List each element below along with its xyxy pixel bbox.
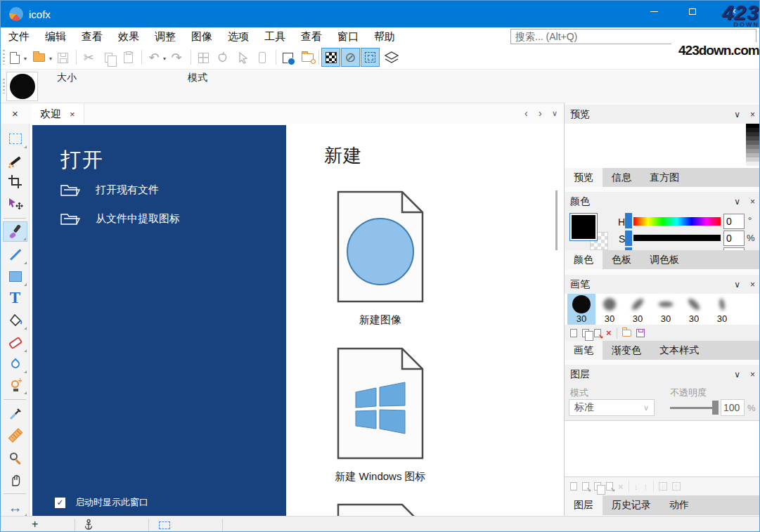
move-layer-down-button[interactable]: ↓ [634,482,639,491]
import-layer-button[interactable] [582,482,589,491]
tool-move[interactable] [3,193,27,214]
move-layer-up-button[interactable]: ↑ [643,482,648,491]
startup-option[interactable]: ✓ 启动时显示此窗口 [55,496,148,509]
extract-icons-link[interactable]: 从文件中提取图标 [60,212,180,226]
tool-text[interactable]: T [3,287,27,308]
undo-button[interactable]: ↶ [146,49,162,66]
tab-welcome[interactable]: 欢迎 × [32,103,84,124]
tool-eraser[interactable] [3,332,27,353]
tab-text-style[interactable]: 文本样式 [650,341,708,360]
tool-flip[interactable]: ↔ [3,497,27,517]
tab-brush[interactable]: 画笔 [565,341,603,360]
export-layer-button[interactable] [606,482,613,491]
chevron-down-icon[interactable]: ∨ [734,197,740,207]
selection-visibility-toggle[interactable] [361,48,380,67]
menu-help[interactable]: 帮助 [366,28,403,46]
chevron-down-icon[interactable]: ∨ [734,110,740,119]
tool-rectangle[interactable] [3,266,27,287]
brush-item[interactable]: 30 [624,294,652,325]
mobile-format-button[interactable] [254,49,271,66]
tool-crop[interactable] [3,171,27,192]
import-brush-button[interactable] [594,329,601,337]
tab-close-icon[interactable]: × [70,109,75,119]
tab-next-button[interactable]: › [539,108,542,119]
new-layer-button[interactable] [570,482,577,491]
menu-window[interactable]: 窗口 [330,28,366,46]
open-file-dropdown[interactable]: ▾ [49,56,52,62]
menu-edit[interactable]: 编辑 [37,28,74,46]
tool-line[interactable] [3,245,27,265]
new-image-label[interactable]: 新建图像 [310,313,451,327]
options-grip[interactable] [3,79,5,93]
tool-lighten[interactable]: + [3,375,27,395]
save-brushes-button[interactable] [636,329,645,337]
cursor-format-button[interactable] [234,49,251,66]
tab-color[interactable]: 颜色 [565,250,603,269]
redo-button[interactable]: ↷ [168,49,185,66]
windows-format-button[interactable] [195,49,212,66]
close-icon[interactable]: × [750,110,755,119]
flatten-button[interactable]: ↑ [672,482,681,491]
menu-view[interactable]: 查看 [74,28,110,46]
tab-history[interactable]: 历史记录 [603,495,660,515]
tool-eyedropper[interactable] [3,403,27,424]
menu-options[interactable]: 选项 [220,28,257,46]
tab-list-button[interactable]: ∨ [552,109,558,118]
close-icon[interactable]: × [750,197,755,207]
open-file-button[interactable] [30,49,47,66]
copy-button[interactable] [100,49,117,66]
brush-item[interactable]: 30 [567,294,595,325]
opacity-slider-thumb[interactable] [712,401,719,415]
paste-button[interactable] [120,49,136,66]
close-icon[interactable]: × [750,280,755,290]
opacity-slider[interactable] [670,407,716,409]
merge-down-button[interactable]: ↓ [659,482,667,491]
brush-item[interactable]: 30 [652,294,680,325]
hide-colors-toggle[interactable]: ⊘ [341,48,360,67]
duplicate-layer-button[interactable] [594,482,601,491]
delete-layer-button[interactable]: × [618,482,624,491]
extract-icons-button[interactable] [299,49,316,66]
tab-prev-button[interactable]: ‹ [524,108,528,119]
opacity-input[interactable] [721,399,745,416]
new-windows-icon-card[interactable] [337,347,424,462]
menu-adjust[interactable]: 调整 [147,28,183,46]
delete-brush-button[interactable]: × [606,328,612,337]
menu-tools[interactable]: 工具 [257,28,293,46]
tool-ruler[interactable] [3,425,27,446]
foreground-color-swatch[interactable] [570,214,597,240]
layers-visibility-button[interactable] [383,49,400,66]
cut-button[interactable]: ✂ [80,49,97,66]
tool-blur[interactable] [3,353,27,374]
menu-view2[interactable]: 查看 [293,28,330,46]
zoom-in-button[interactable]: + [32,518,38,531]
tab-swatches[interactable]: 色板 [603,250,640,269]
macos-format-button[interactable] [214,49,231,66]
new-image-card[interactable] [337,190,424,306]
checkbox-checked[interactable]: ✓ [55,498,65,508]
tab-layers[interactable]: 图层 [565,495,603,515]
save-button[interactable] [54,49,71,66]
tool-hand[interactable] [3,469,27,490]
tab-info[interactable]: 信息 [603,168,640,187]
menu-file[interactable]: 文件 [1,28,37,46]
open-existing-link[interactable]: 打开现有文件 [60,183,159,197]
saturation-input[interactable] [723,231,745,246]
undo-dropdown[interactable]: ▾ [163,56,166,62]
chevron-down-icon[interactable]: ∨ [734,280,740,290]
new-card-partial[interactable] [337,503,424,516]
layers-list[interactable] [565,420,760,477]
tool-brush[interactable] [3,221,27,242]
new-brush-button[interactable] [570,329,577,337]
tool-select-marquee[interactable] [3,129,27,149]
new-file-dropdown[interactable]: ▾ [24,56,27,62]
hue-input[interactable] [723,214,745,229]
load-brushes-button[interactable] [622,330,631,337]
capture-button[interactable] [279,49,296,66]
tab-actions[interactable]: 动作 [660,495,698,515]
close-icon[interactable]: × [750,370,755,379]
hue-slider[interactable] [633,217,721,226]
tab-gradient[interactable]: 渐变色 [603,341,650,360]
new-file-button[interactable] [6,49,23,66]
tool-fill[interactable] [3,310,27,330]
